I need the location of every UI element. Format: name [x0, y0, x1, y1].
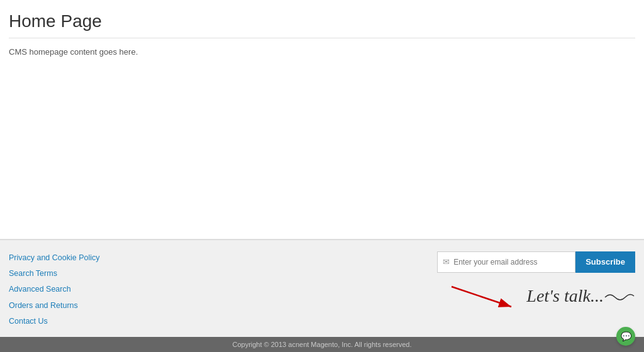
- cms-content: CMS homepage content goes here.: [9, 47, 635, 57]
- newsletter-area: ✉ Subscribe Let's talk...: [437, 251, 635, 312]
- squiggle-icon: [604, 290, 635, 302]
- copyright-text: Copyright © 2013 acnent Magento, Inc. Al…: [232, 341, 411, 348]
- page-title: Home Page: [9, 11, 635, 38]
- red-arrow-icon: [448, 280, 524, 312]
- chat-icon: 💬: [621, 331, 631, 341]
- footer-bottom: Copyright © 2013 acnent Magento, Inc. Al…: [0, 337, 644, 352]
- footer-links: Privacy and Cookie Policy Search Terms A…: [9, 251, 100, 328]
- email-input[interactable]: [453, 258, 554, 267]
- lets-talk-text: Let's talk...: [526, 286, 604, 306]
- advanced-search-link[interactable]: Advanced Search: [9, 283, 100, 296]
- subscribe-button[interactable]: Subscribe: [575, 251, 635, 273]
- contact-us-link[interactable]: Contact Us: [9, 315, 100, 328]
- main-content: Home Page CMS homepage content goes here…: [0, 0, 644, 239]
- email-input-wrapper: ✉: [437, 251, 575, 273]
- lets-talk-area: Let's talk...: [448, 280, 635, 312]
- svg-line-1: [452, 287, 511, 307]
- chat-bubble[interactable]: 💬: [616, 327, 635, 346]
- email-icon: ✉: [443, 257, 450, 267]
- privacy-link[interactable]: Privacy and Cookie Policy: [9, 251, 100, 265]
- email-row: ✉ Subscribe: [437, 251, 635, 273]
- footer-main: Privacy and Cookie Policy Search Terms A…: [0, 240, 644, 337]
- footer: Privacy and Cookie Policy Search Terms A…: [0, 239, 644, 352]
- orders-returns-link[interactable]: Orders and Returns: [9, 299, 100, 312]
- search-terms-link[interactable]: Search Terms: [9, 267, 100, 280]
